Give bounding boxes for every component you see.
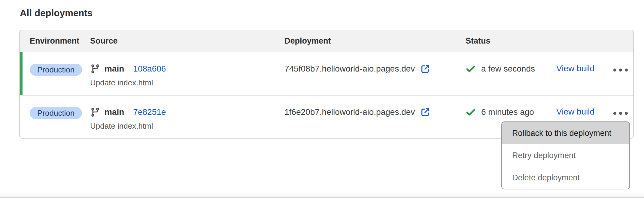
environment-cell: Production xyxy=(20,52,90,95)
page-bottom-divider xyxy=(0,197,644,198)
external-link-icon[interactable] xyxy=(420,64,430,74)
commit-link[interactable]: 108a606 xyxy=(133,64,166,74)
column-header-deployment: Deployment xyxy=(284,36,466,46)
deployments-page: All deployments Environment Source Deplo… xyxy=(0,0,644,199)
git-branch-icon xyxy=(90,107,100,117)
deployment-url: 745f08b7.helloworld-aio.pages.dev xyxy=(284,64,415,74)
commit-message: Update index.html xyxy=(90,78,284,87)
view-build-link[interactable]: View build xyxy=(556,64,594,73)
ellipsis-icon xyxy=(613,69,616,72)
table-header-row: Environment Source Deployment Status xyxy=(20,30,633,52)
branch-name: main xyxy=(105,107,124,117)
menu-item-delete[interactable]: Delete deployment xyxy=(502,167,629,189)
table-row: Production main 108a606 Update index.htm… xyxy=(20,52,633,96)
deployment-url: 1f6e20b7.helloworld-aio.pages.dev xyxy=(284,107,415,117)
status-success-icon xyxy=(466,64,476,74)
more-actions-button[interactable] xyxy=(613,112,634,115)
external-link-icon[interactable] xyxy=(420,107,430,117)
source-cell: main 7e8251e Update index.html xyxy=(90,96,284,137)
view-build-cell: View build xyxy=(556,52,613,95)
commit-message: Update index.html xyxy=(90,121,284,131)
status-text: 6 minutes ago xyxy=(481,107,534,117)
environment-badge: Production xyxy=(30,107,82,119)
column-header-environment: Environment xyxy=(20,36,90,46)
status-text: a few seconds xyxy=(481,64,535,74)
status-cell: a few seconds xyxy=(466,52,556,95)
more-actions-button[interactable] xyxy=(613,69,634,72)
deployment-cell: 745f08b7.helloworld-aio.pages.dev xyxy=(284,52,466,95)
menu-item-retry[interactable]: Retry deployment xyxy=(502,144,629,167)
source-cell: main 108a606 Update index.html xyxy=(90,52,284,95)
environment-cell: Production xyxy=(20,96,90,137)
actions-cell xyxy=(613,52,634,95)
view-build-link[interactable]: View build xyxy=(556,107,594,116)
column-header-status: Status xyxy=(466,36,556,46)
commit-link[interactable]: 7e8251e xyxy=(133,107,166,117)
branch-name: main xyxy=(105,64,124,74)
deployment-actions-menu: Rollback to this deployment Retry deploy… xyxy=(501,121,630,189)
git-branch-icon xyxy=(90,64,100,74)
page-bottom-band xyxy=(0,193,644,197)
status-success-icon xyxy=(466,107,476,117)
page-title: All deployments xyxy=(20,8,93,19)
environment-badge: Production xyxy=(30,64,82,76)
column-header-source: Source xyxy=(90,36,284,46)
ellipsis-icon xyxy=(613,112,616,115)
deployment-cell: 1f6e20b7.helloworld-aio.pages.dev xyxy=(284,96,466,137)
menu-item-rollback[interactable]: Rollback to this deployment xyxy=(502,122,629,144)
